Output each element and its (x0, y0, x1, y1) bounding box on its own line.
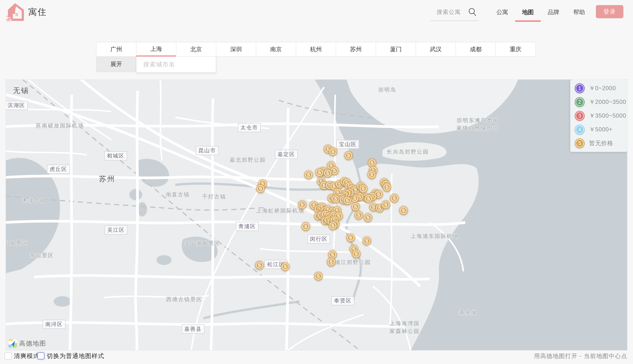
cluster-marker[interactable]: 5 (329, 251, 337, 258)
map-city-label: 无锡 (13, 86, 29, 96)
logo[interactable]: 寓住 (6, 3, 47, 22)
map-district-label: 青浦区 (236, 222, 259, 231)
clean-mode-checkbox[interactable] (5, 352, 12, 360)
cluster-marker[interactable]: 5 (365, 194, 373, 202)
cluster-marker[interactable]: 5 (329, 148, 337, 156)
legend-item: 1￥0~2000 (575, 84, 627, 93)
nav-item-帮助[interactable]: 帮助 (566, 0, 592, 24)
legend-badge-5: 5 (575, 138, 584, 148)
city-tab-南京[interactable]: 南京 (256, 42, 296, 57)
legend-item: 4￥5000+ (575, 124, 627, 134)
nav-item-公寓[interactable]: 公寓 (489, 0, 515, 24)
city-tab-成都[interactable]: 成都 (456, 42, 496, 57)
map-poi-label: 崇明岛 (378, 86, 396, 94)
cluster-marker[interactable]: 5 (315, 168, 324, 176)
cluster-marker[interactable]: 5 (352, 203, 360, 210)
map-district-label: 奉贤区 (332, 296, 354, 305)
map-city-label: 苏州 (99, 174, 115, 184)
cluster-marker[interactable]: 5 (257, 185, 264, 192)
city-tab-上海[interactable]: 上海 (136, 42, 176, 57)
cluster-marker[interactable]: 5 (332, 195, 340, 203)
cluster-marker[interactable]: 5 (352, 250, 360, 258)
amap-attribution[interactable]: 高德地图 (8, 339, 46, 348)
open-in-amap-link[interactable]: 用高德地图打开 - 当前地图中心点 (534, 350, 627, 362)
normal-map-style-checkbox[interactable] (37, 352, 45, 360)
city-bar: 广州上海北京深圳南京杭州苏州厦门武汉成都重庆 展开 搜索城市名 (96, 42, 536, 73)
city-tab-广州[interactable]: 广州 (96, 42, 136, 57)
map-canvas[interactable]: 无锡苏州滨湖区相城区虎丘区昆山市太仓市嘉定区宝山区青浦区吴江区闵行区松江区奉贤区… (6, 80, 627, 350)
cluster-marker[interactable]: 5 (302, 222, 310, 230)
cluster-marker[interactable]: 5 (347, 234, 355, 242)
legend-badge-4: 4 (575, 124, 584, 134)
legend-item: 3￥3500~5000 (575, 111, 627, 121)
cluster-marker[interactable]: 5 (324, 169, 332, 177)
city-tab-厦门[interactable]: 厦门 (376, 42, 416, 57)
search-icon[interactable] (468, 7, 477, 17)
cluster-marker[interactable]: 5 (305, 171, 312, 179)
city-search-input[interactable]: 搜索城市名 (136, 57, 216, 73)
legend-label: ￥2000~3500 (589, 98, 626, 106)
cluster-marker[interactable]: 5 (329, 222, 337, 230)
cluster-marker[interactable]: 5 (355, 211, 363, 219)
login-button[interactable]: 登录 (596, 5, 623, 18)
cluster-marker[interactable]: 5 (400, 206, 408, 214)
cluster-marker[interactable]: 5 (281, 262, 289, 270)
map-poi-label: 木渎古镇 (22, 197, 46, 204)
cluster-marker[interactable]: 5 (368, 170, 376, 178)
cluster-marker[interactable]: 5 (359, 185, 367, 192)
map-district-label: 宝山区 (337, 140, 359, 149)
city-tab-深圳[interactable]: 深圳 (216, 42, 256, 57)
map-district-label: 嘉定区 (275, 150, 298, 159)
normal-map-style-label: 切换为普通地图样式 (47, 350, 104, 362)
legend-item: 5暂无价格 (575, 138, 627, 148)
home-logo-icon (6, 3, 25, 22)
map-poi-label: 千灯古镇 (202, 193, 226, 201)
city-tab-北京[interactable]: 北京 (176, 42, 216, 57)
map-poi-label: 崇明东滩鸟类国家级自然保护区 (457, 117, 499, 132)
map-district-label: 滨湖区 (6, 101, 28, 110)
map-district-label: 昆山市 (196, 146, 219, 155)
map-district-label: 相城区 (104, 151, 127, 160)
nav-item-地图[interactable]: 地图 (515, 0, 541, 24)
logo-text: 寓住 (28, 6, 47, 18)
expand-button[interactable]: 展开 (96, 57, 136, 72)
footer-bar: 清爽模式 切换为普通地图样式 用高德地图打开 - 当前地图中心点 (0, 350, 633, 364)
legend-label: ￥5000+ (589, 126, 612, 134)
map-poi-label: 东山景区 (30, 252, 54, 259)
legend-badge-3: 3 (575, 111, 584, 121)
city-tab-苏州[interactable]: 苏州 (336, 42, 376, 57)
amap-attribution-text: 高德地图 (19, 339, 46, 348)
cluster-marker[interactable]: 5 (383, 183, 391, 191)
map-district-label: 虎丘区 (47, 165, 70, 174)
map-poi-label: 淀山湖风景区 (184, 240, 220, 247)
cluster-marker[interactable]: 5 (382, 201, 390, 209)
cluster-marker[interactable]: 5 (363, 237, 371, 245)
clean-mode-label: 清爽模式 (14, 350, 40, 362)
cluster-marker[interactable]: 5 (327, 258, 335, 266)
city-tab-重庆[interactable]: 重庆 (495, 42, 536, 57)
cluster-marker[interactable]: 5 (344, 197, 351, 204)
apartment-search-input[interactable]: 搜索公寓 (430, 4, 479, 21)
main-nav: 公寓地图品牌帮助 (489, 0, 592, 24)
map-poi-label: 西塘古镇景区 (166, 296, 202, 304)
price-legend: 1￥0~20002￥2000~35003￥3500~50004￥5000+5暂无… (570, 80, 627, 152)
map-poi-label: 长兴岛郊野公园 (387, 148, 429, 156)
map-district-label: 闵行区 (307, 234, 330, 244)
cluster-marker[interactable]: 5 (298, 201, 306, 209)
city-search-placeholder: 搜索城市名 (143, 60, 175, 69)
apartment-search-placeholder: 搜索公寓 (437, 8, 461, 16)
map-district-label: 嘉善县 (182, 324, 205, 334)
cluster-marker[interactable]: 5 (364, 214, 372, 222)
cluster-marker[interactable]: 5 (255, 261, 263, 269)
cluster-marker[interactable]: 5 (345, 152, 353, 160)
cluster-marker[interactable]: 5 (390, 194, 398, 202)
city-tab-武汉[interactable]: 武汉 (416, 42, 456, 57)
nav-item-品牌[interactable]: 品牌 (541, 0, 566, 24)
cluster-marker[interactable]: 5 (331, 167, 338, 175)
cluster-marker[interactable]: 5 (314, 272, 322, 280)
map-poi-label: 滴水湖 (459, 309, 477, 317)
legend-badge-2: 2 (575, 97, 584, 107)
cluster-marker[interactable]: 5 (368, 159, 376, 167)
city-tab-杭州[interactable]: 杭州 (296, 42, 336, 57)
map-district-label: 南浔区 (43, 320, 66, 329)
